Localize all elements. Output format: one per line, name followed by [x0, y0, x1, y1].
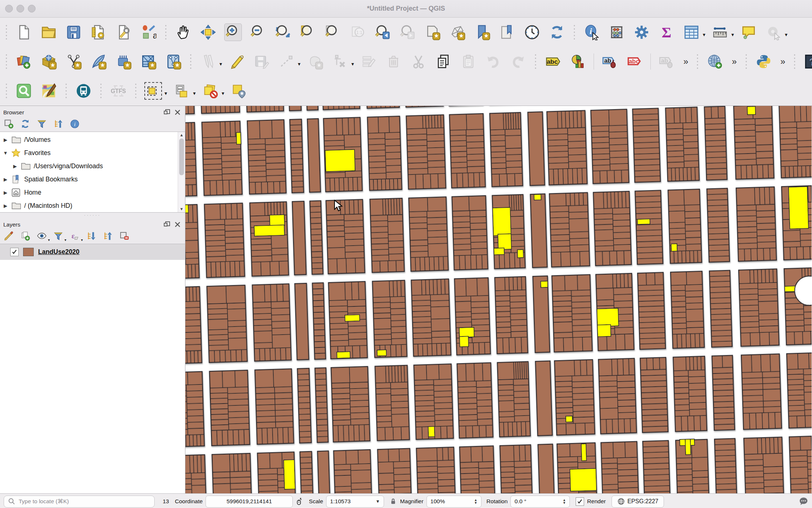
toggle-extents-mouse-icon[interactable]: [295, 497, 303, 505]
python-console-button[interactable]: [755, 53, 772, 70]
show-spatial-bookmarks-button[interactable]: [498, 23, 516, 41]
select-by-form-button[interactable]: [173, 82, 191, 100]
zoom-last-button[interactable]: [374, 23, 391, 41]
browser-item--macintosh-hd-[interactable]: ▶/ (Macintosh HD): [0, 199, 178, 212]
zoom-next-button[interactable]: [399, 23, 416, 41]
layout-manager-button[interactable]: [115, 23, 132, 41]
quickmapservices-button[interactable]: [40, 82, 58, 100]
scale-combobox[interactable]: 1:10573 ▼: [326, 496, 384, 508]
add-polygon-feature-button[interactable]: [306, 53, 324, 70]
open-attribute-table-dropdown[interactable]: ▼: [701, 32, 707, 37]
toolbar-grip[interactable]: [189, 54, 193, 70]
toolbar-grip[interactable]: [4, 83, 8, 99]
spinbox-stepper[interactable]: ▲▼: [562, 498, 566, 504]
toolbar-grip[interactable]: [572, 24, 576, 40]
zoom-window-button[interactable]: [28, 5, 36, 12]
browser-item--volumes[interactable]: ▶/Volumes: [0, 133, 178, 146]
toolbar-grip[interactable]: [744, 54, 748, 70]
map-canvas[interactable]: [185, 106, 812, 493]
paste-features-button[interactable]: [459, 53, 477, 70]
pan-to-selection-button[interactable]: [199, 23, 217, 41]
new-shapefile-layer-button[interactable]: [65, 53, 82, 70]
field-calculator-button[interactable]: [608, 23, 625, 41]
toolbar-grip[interactable]: [534, 54, 538, 70]
toolbar-grip[interactable]: [164, 24, 168, 40]
expander-icon[interactable]: ▶: [0, 177, 11, 182]
help-button[interactable]: ?: [803, 53, 812, 70]
layer-diagram-button[interactable]: [569, 53, 587, 70]
browser-item--users-vigna-downloads[interactable]: ▶/Users/vigna/Downloads: [0, 159, 178, 173]
style-manager-button[interactable]: a: [140, 23, 157, 41]
new-virtual-layer-button[interactable]: [140, 53, 157, 70]
select-features-button[interactable]: [144, 82, 162, 100]
minimize-window-button[interactable]: [16, 5, 24, 12]
coordinate-display[interactable]: 5996019,2114141: [206, 496, 293, 508]
save-layer-edits-button[interactable]: [253, 53, 270, 70]
locator-search-input[interactable]: Type to locate (⌘K): [4, 496, 155, 508]
browser-item-home[interactable]: ▶Home: [0, 186, 178, 199]
zoom-to-selection-button[interactable]: [324, 23, 342, 41]
float-panel-icon[interactable]: [163, 221, 171, 228]
scroll-up-icon[interactable]: ▲: [180, 132, 184, 138]
current-edits-button[interactable]: [199, 53, 217, 70]
refresh-icon[interactable]: [20, 119, 30, 129]
rotation-spinbox[interactable]: 0.0 ° ▲▼: [510, 496, 570, 508]
highlight-pinned-labels-button[interactable]: abc: [626, 53, 643, 70]
metasearch-button[interactable]: [706, 53, 724, 70]
new-scratch-layer-button[interactable]: [90, 53, 107, 70]
layer-labeling-button[interactable]: abc: [544, 53, 562, 70]
zoom-out-button[interactable]: [249, 23, 267, 41]
toolbar-overflow-button[interactable]: »: [732, 56, 737, 67]
redo-button[interactable]: [509, 53, 527, 70]
browser-scrollbar[interactable]: ▲ ▼: [178, 132, 185, 212]
zoom-native-button[interactable]: 1:1: [349, 23, 366, 41]
filter-icon[interactable]: [37, 119, 47, 129]
copy-features-button[interactable]: [435, 53, 452, 70]
panel-splitter-handle[interactable]: ······: [0, 213, 185, 218]
delete-selected-button[interactable]: [385, 53, 402, 70]
open-attribute-table-button[interactable]: [683, 23, 700, 41]
expand-all-icon[interactable]: [86, 231, 96, 241]
close-panel-icon[interactable]: [174, 108, 181, 116]
properties-icon[interactable]: i: [70, 119, 80, 129]
layer-row[interactable]: LandUse2020: [0, 244, 185, 260]
new-3d-map-view-button[interactable]: [449, 23, 466, 41]
pin-labels-button[interactable]: ab: [601, 53, 619, 70]
transit-plugin-button[interactable]: [75, 82, 92, 100]
layer-visibility-checkbox[interactable]: [10, 248, 19, 256]
toolbar-grip[interactable]: [4, 54, 8, 70]
magnifier-spinbox[interactable]: 100% ▲▼: [427, 496, 481, 508]
collapse-all-icon[interactable]: [53, 119, 63, 129]
expander-icon[interactable]: ▶: [0, 203, 11, 209]
close-window-button[interactable]: [5, 5, 13, 12]
toolbar-grip[interactable]: [134, 83, 138, 99]
expander-icon[interactable]: ▶: [0, 190, 11, 195]
scroll-down-icon[interactable]: ▼: [180, 206, 184, 212]
undo-button[interactable]: [484, 53, 502, 70]
remove-layer-icon[interactable]: [119, 231, 129, 241]
close-panel-icon[interactable]: [174, 221, 181, 228]
select-by-form-dropdown[interactable]: ▼: [192, 91, 197, 96]
spinbox-stepper[interactable]: ▲▼: [474, 498, 477, 504]
new-memory-layer-button[interactable]: [115, 53, 132, 70]
toolbar-grip[interactable]: [793, 54, 797, 70]
expander-icon[interactable]: ▼: [0, 150, 11, 156]
messages-bubble-icon[interactable]: [799, 497, 808, 506]
eye-icon[interactable]: ▾: [37, 231, 47, 241]
zoom-in-button[interactable]: [224, 23, 242, 41]
data-source-manager-button[interactable]: [15, 53, 33, 70]
deselect-all-button[interactable]: [202, 82, 219, 100]
pan-map-button[interactable]: [174, 23, 192, 41]
digitize-with-segment-dropdown[interactable]: ▼: [296, 62, 302, 67]
toggle-editing-button[interactable]: [228, 53, 246, 70]
expander-icon[interactable]: ▶: [10, 163, 21, 169]
new-geopackage-layer-button[interactable]: [40, 53, 58, 70]
expander-icon[interactable]: ▶: [0, 137, 11, 143]
vertex-tool-dropdown[interactable]: ▼: [350, 62, 355, 67]
measure-button[interactable]: [711, 23, 729, 41]
new-project-button[interactable]: [15, 23, 33, 41]
measure-dropdown[interactable]: ▼: [730, 32, 735, 37]
toolbar-overflow-button[interactable]: »: [683, 56, 688, 67]
filter-legend-icon[interactable]: ▾: [53, 231, 63, 241]
select-features-dropdown[interactable]: ▼: [163, 91, 169, 96]
